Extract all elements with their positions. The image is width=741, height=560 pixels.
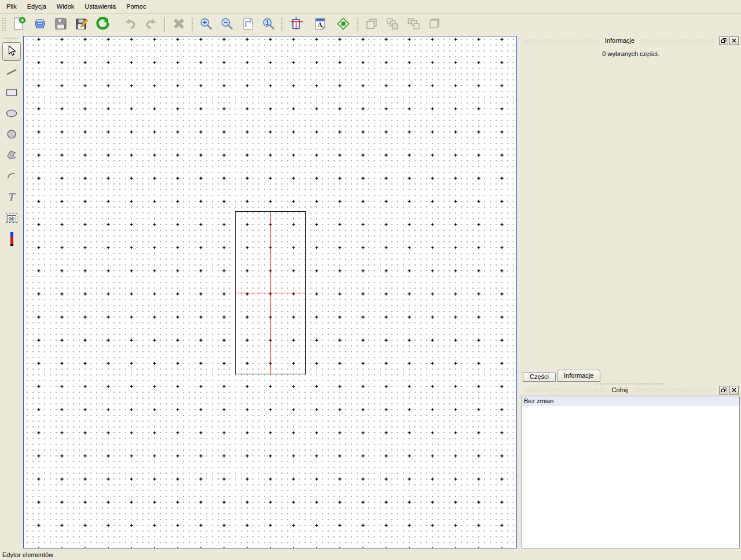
tool-terminal[interactable] xyxy=(2,230,21,248)
float-icon xyxy=(721,388,727,393)
tool-circle[interactable] xyxy=(2,126,21,144)
dock-splitter-handle[interactable] xyxy=(595,383,665,385)
tool-select[interactable] xyxy=(2,42,21,61)
zoom-out-icon xyxy=(220,17,234,32)
toolbar-separator xyxy=(164,17,166,32)
new-button[interactable] xyxy=(10,15,28,34)
palette-grip[interactable] xyxy=(5,37,19,40)
save-as-icon xyxy=(75,17,89,32)
undo-history-list[interactable]: Bez zmian xyxy=(522,396,740,548)
undo-dock-title: Cofnij xyxy=(610,386,629,393)
bring-front-button xyxy=(404,15,423,34)
toolbar: 1 A xyxy=(0,14,741,35)
delete-icon xyxy=(172,17,186,32)
undo-list-item[interactable]: Bez zmian xyxy=(522,396,739,406)
redo-icon xyxy=(144,17,158,32)
zoom-in-button[interactable] xyxy=(197,15,215,34)
close-dock-button[interactable] xyxy=(729,36,739,45)
close-icon xyxy=(732,388,736,392)
float-dock-button[interactable] xyxy=(719,36,728,45)
reload-button[interactable] xyxy=(93,15,112,34)
menu-pomoc[interactable]: Pomoc xyxy=(121,1,151,12)
svg-text:A: A xyxy=(317,21,322,29)
arc-icon xyxy=(5,170,18,183)
tool-polygon[interactable] xyxy=(2,146,21,165)
zoom-fit-button[interactable] xyxy=(239,15,257,34)
raise-button xyxy=(362,15,381,34)
dock-tabbar: Części Informacje xyxy=(523,369,601,382)
menu-widok[interactable]: Widok xyxy=(52,1,80,12)
selection-info-text: 0 wybranych części. xyxy=(522,50,740,57)
tab-informacje[interactable]: Informacje xyxy=(557,370,600,382)
svg-text:1: 1 xyxy=(266,20,269,26)
new-document-icon xyxy=(12,17,26,32)
line-icon xyxy=(5,65,18,79)
polygon-icon xyxy=(5,149,18,163)
statusbar: Edytor elementów xyxy=(0,549,741,560)
zoom-fit-icon xyxy=(241,17,255,32)
raise-icon xyxy=(365,17,379,32)
menu-ustawienia[interactable]: Ustawienia xyxy=(79,1,121,12)
close-icon xyxy=(732,38,736,43)
toolbar-grip[interactable] xyxy=(2,17,6,31)
zoom-out-button[interactable] xyxy=(218,15,236,34)
save-button[interactable] xyxy=(52,15,70,34)
tool-line[interactable] xyxy=(2,63,21,82)
drawing-canvas[interactable] xyxy=(23,36,517,548)
names-icon: A xyxy=(313,17,327,32)
lower-icon xyxy=(386,17,399,32)
canvas-grid xyxy=(24,36,516,548)
toolbar-separator xyxy=(116,17,117,32)
zoom-in-icon xyxy=(199,17,213,32)
cursor-arrow-icon xyxy=(5,45,18,58)
toolbar-grip[interactable] xyxy=(357,17,359,31)
dimensions-icon xyxy=(290,17,304,32)
dock-handle-texture xyxy=(524,388,607,392)
open-icon xyxy=(33,17,47,32)
tab-czesci[interactable]: Części xyxy=(523,372,556,382)
undo-button xyxy=(121,15,140,34)
info-dock-title: Informacje xyxy=(603,37,636,44)
edit-hotspot-button[interactable] xyxy=(334,15,353,34)
reload-icon xyxy=(96,17,109,32)
tool-rectangle[interactable] xyxy=(2,84,21,102)
dock-handle-texture xyxy=(639,39,715,43)
tool-palette: T ab xyxy=(2,36,21,250)
close-dock-button[interactable] xyxy=(729,386,739,395)
tool-arc[interactable] xyxy=(2,167,21,186)
delete-button xyxy=(170,15,188,34)
menu-plik[interactable]: Plik xyxy=(1,1,22,12)
open-button[interactable] xyxy=(31,15,49,34)
menubar: Plik Edycja Widok Ustawienia Pomoc xyxy=(0,0,741,13)
terminal-icon xyxy=(10,232,13,246)
circle-icon xyxy=(5,128,18,142)
send-back-icon xyxy=(427,17,441,32)
right-dock: Informacje 0 wybranych części. Części In… xyxy=(522,36,740,550)
toolbar-grip[interactable] xyxy=(281,17,283,31)
bring-front-icon xyxy=(406,17,420,32)
undo-icon xyxy=(123,17,137,32)
redo-button xyxy=(142,15,160,34)
send-back-button xyxy=(425,15,443,34)
toolbar-grip[interactable] xyxy=(191,17,193,31)
dock-handle-texture xyxy=(633,388,715,392)
edit-dimensions-button[interactable] xyxy=(288,15,306,34)
tool-ellipse[interactable] xyxy=(2,105,21,123)
hotspot-icon xyxy=(336,17,350,32)
save-as-button[interactable] xyxy=(72,15,91,34)
tool-text[interactable]: T xyxy=(2,188,21,207)
zoom-reset-button[interactable]: 1 xyxy=(259,15,278,34)
tool-text-field[interactable]: ab xyxy=(2,209,21,227)
undo-dock-titlebar[interactable]: Cofnij xyxy=(522,385,740,395)
statusbar-text: Edytor elementów xyxy=(2,551,53,558)
zoom-1-icon: 1 xyxy=(262,17,276,32)
text-icon: T xyxy=(8,191,15,203)
float-dock-button[interactable] xyxy=(719,386,728,395)
info-dock-titlebar[interactable]: Informacje xyxy=(522,36,740,45)
edit-names-button[interactable]: A xyxy=(311,15,329,34)
float-icon xyxy=(721,38,727,43)
text-field-icon: ab xyxy=(6,213,17,223)
ellipse-icon xyxy=(5,107,18,121)
menu-edycja[interactable]: Edycja xyxy=(22,1,52,12)
dock-handle-texture xyxy=(524,39,600,43)
